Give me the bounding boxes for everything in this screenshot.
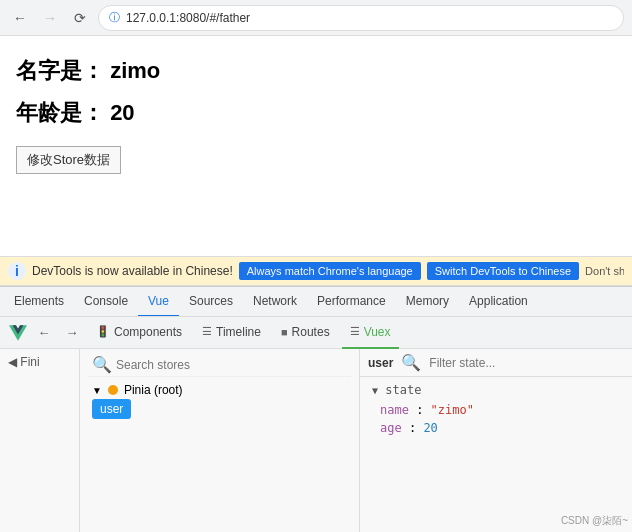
devtools-notification: i DevTools is now available in Chinese! … — [0, 256, 632, 286]
tab-sources[interactable]: Sources — [179, 287, 243, 317]
name-prop-key: name — [380, 403, 409, 417]
triangle-icon: ▼ — [92, 385, 102, 396]
right-header: user 🔍 — [360, 349, 632, 377]
tab-console[interactable]: Console — [74, 287, 138, 317]
back-button[interactable]: ← — [8, 6, 32, 30]
dont-show-text: Don't sh — [585, 265, 624, 277]
search-stores-input[interactable] — [116, 358, 347, 372]
tab-vue[interactable]: Vue — [138, 287, 179, 317]
forward-button: → — [38, 6, 62, 30]
fini-label[interactable]: ◀ Fini — [4, 353, 75, 371]
info-icon: i — [8, 262, 26, 280]
age-prop-value: 20 — [423, 421, 437, 435]
vuex-label: Vuex — [364, 325, 391, 339]
always-match-button[interactable]: Always match Chrome's language — [239, 262, 421, 280]
age-display: 年龄是： 20 — [16, 98, 616, 128]
vue-logo — [8, 323, 28, 343]
browser-toolbar: ← → ⟳ ⓘ 127.0.0.1:8080/#/father — [0, 0, 632, 36]
timeline-label: Timeline — [216, 325, 261, 339]
notification-text: DevTools is now available in Chinese! — [32, 264, 233, 278]
filter-state-input[interactable] — [429, 356, 624, 370]
modify-store-button[interactable]: 修改Store数据 — [16, 146, 121, 174]
age-property: age : 20 — [372, 419, 620, 437]
left-panel: ◀ Fini 🔍 ▼ Pinia (root) user — [0, 349, 360, 532]
store-name: user — [368, 356, 393, 370]
name-prop-value: "zimo" — [431, 403, 474, 417]
search-icon: 🔍 — [92, 355, 112, 374]
component-tree-area: ◀ Fini — [0, 349, 80, 532]
user-store-item[interactable]: user — [88, 399, 351, 417]
routes-label: Routes — [292, 325, 330, 339]
vue-tab-timeline[interactable]: ☰ Timeline — [194, 317, 269, 349]
vue-toolbar: ← → 🚦 Components ☰ Timeline ■ Routes ☰ V… — [0, 317, 632, 349]
stores-search-bar: 🔍 — [88, 353, 351, 377]
switch-devtools-button[interactable]: Switch DevTools to Chinese — [427, 262, 579, 280]
routes-icon: ■ — [281, 326, 288, 338]
pinia-label: Pinia (root) — [124, 383, 183, 397]
stores-area: 🔍 ▼ Pinia (root) user — [80, 349, 359, 532]
timeline-icon: ☰ — [202, 325, 212, 338]
pinia-dot — [108, 385, 118, 395]
state-label-text: state — [385, 383, 421, 397]
refresh-button[interactable]: ⟳ — [68, 6, 92, 30]
vue-back-button[interactable]: ← — [32, 321, 56, 345]
colon-separator: : — [416, 403, 430, 417]
devtools-panel: Elements Console Vue Sources Network Per… — [0, 286, 632, 532]
user-store-label[interactable]: user — [92, 399, 131, 419]
triangle-icon-state: ▼ — [372, 385, 378, 396]
lock-icon: ⓘ — [109, 10, 120, 25]
devtools-main-content: ◀ Fini 🔍 ▼ Pinia (root) user — [0, 349, 632, 532]
right-panel: user 🔍 ▼ state name : "zimo" age : 20 — [360, 349, 632, 532]
csdn-watermark: CSDN @柒陌~ — [561, 514, 628, 528]
vue-tab-routes[interactable]: ■ Routes — [273, 317, 338, 349]
vuex-icon: ☰ — [350, 325, 360, 338]
name-property: name : "zimo" — [372, 401, 620, 419]
components-icon: 🚦 — [96, 325, 110, 338]
tab-application[interactable]: Application — [459, 287, 538, 317]
tab-elements[interactable]: Elements — [4, 287, 74, 317]
name-display: 名字是： zimo — [16, 56, 616, 86]
pinia-root-item[interactable]: ▼ Pinia (root) — [88, 381, 351, 399]
address-bar[interactable]: ⓘ 127.0.0.1:8080/#/father — [98, 5, 624, 31]
age-value: 20 — [110, 100, 134, 125]
state-content: ▼ state name : "zimo" age : 20 — [360, 377, 632, 443]
devtools-tabs: Elements Console Vue Sources Network Per… — [0, 287, 632, 317]
left-panel-inner: ◀ Fini 🔍 ▼ Pinia (root) user — [0, 349, 359, 532]
components-label: Components — [114, 325, 182, 339]
name-value: zimo — [110, 58, 160, 83]
vue-tab-components[interactable]: 🚦 Components — [88, 317, 190, 349]
filter-icon: 🔍 — [401, 353, 421, 372]
vue-forward-button[interactable]: → — [60, 321, 84, 345]
page-content: 名字是： zimo 年龄是： 20 修改Store数据 — [0, 36, 632, 256]
colon-separator2: : — [409, 421, 423, 435]
tab-network[interactable]: Network — [243, 287, 307, 317]
tab-memory[interactable]: Memory — [396, 287, 459, 317]
tab-performance[interactable]: Performance — [307, 287, 396, 317]
state-section-label: ▼ state — [372, 383, 620, 397]
url-text: 127.0.0.1:8080/#/father — [126, 11, 250, 25]
age-label: 年龄是： — [16, 100, 104, 125]
name-label: 名字是： — [16, 58, 104, 83]
age-prop-key: age — [380, 421, 402, 435]
vue-tab-vuex[interactable]: ☰ Vuex — [342, 317, 399, 349]
